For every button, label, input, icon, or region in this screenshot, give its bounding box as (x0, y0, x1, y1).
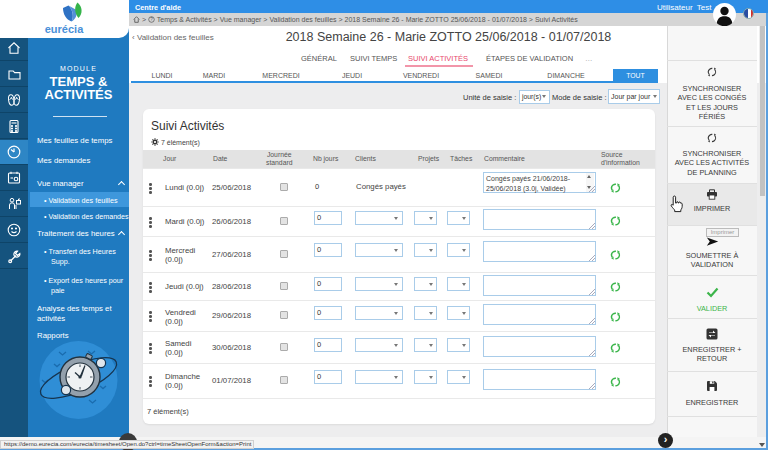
svg-text:eurécia: eurécia (45, 23, 84, 35)
svg-text:?: ? (150, 17, 153, 22)
